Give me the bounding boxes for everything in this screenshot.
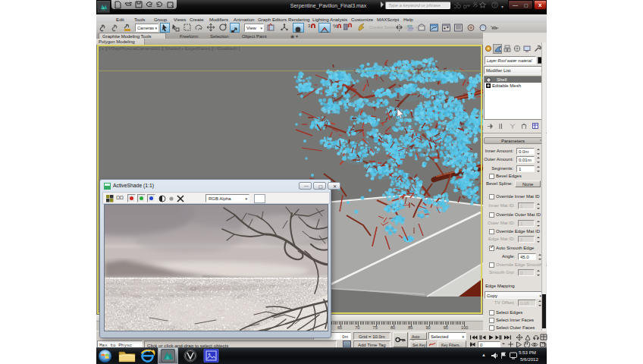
- svg-text:%: %: [333, 24, 337, 29]
- svg-text:3: 3: [308, 24, 311, 28]
